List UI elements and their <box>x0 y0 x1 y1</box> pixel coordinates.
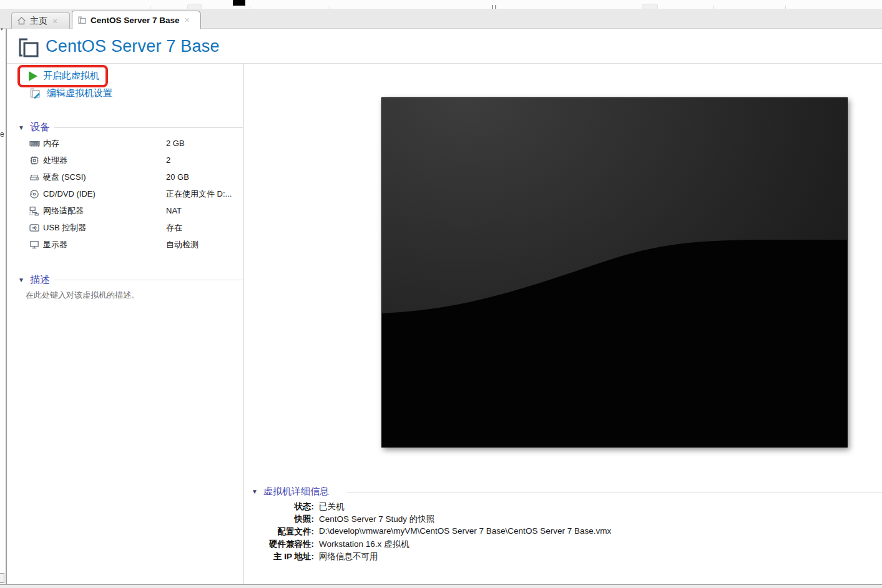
devices-section-title: 设备 <box>30 121 50 134</box>
library-text-fragment: e <box>0 130 4 139</box>
tab-home[interactable]: 主页 × <box>11 12 70 29</box>
divider <box>54 127 243 128</box>
display-icon <box>29 240 40 250</box>
device-value: 2 GB <box>166 139 185 148</box>
home-icon <box>17 16 26 26</box>
library-box-fragment <box>0 573 4 583</box>
edit-settings-icon <box>29 87 41 99</box>
devices-section-header[interactable]: ▼ 设备 <box>18 121 50 134</box>
processor-icon <box>29 155 40 165</box>
device-row-display[interactable]: 显示器 自动检测 <box>29 236 243 253</box>
device-label: 硬盘 (SCSI) <box>43 172 86 183</box>
tab-vm-close-icon[interactable]: × <box>185 15 190 25</box>
cd-dvd-icon <box>29 189 40 199</box>
device-value: 正在使用文件 D:... <box>166 189 232 200</box>
tab-bar: 主页 × CentOS Server 7 Base × <box>0 9 882 29</box>
description-placeholder[interactable]: 在此处键入对该虚拟机的描述。 <box>26 290 139 301</box>
network-icon <box>29 206 40 216</box>
vm-details-section-header[interactable]: ▼ 虚拟机详细信息 <box>252 486 329 497</box>
device-row-processors[interactable]: 处理器 2 <box>29 152 243 169</box>
toolbar-remnant <box>0 0 882 9</box>
vm-summary-page: CentOS Server 7 Base 开启此虚拟机 编辑虚拟机设置 ▼ 设备 <box>6 29 882 584</box>
vmware-window: 主页 × CentOS Server 7 Base × ▾ e CentOS S… <box>0 0 882 588</box>
tab-vm-label: CentOS Server 7 Base <box>91 16 180 25</box>
detail-row-state: 状态: 已关机 <box>252 501 876 514</box>
pane-divider <box>243 63 244 584</box>
disk-icon <box>29 172 40 182</box>
tab-home-label: 主页 <box>30 16 47 27</box>
status-bar-edge <box>0 584 882 588</box>
device-label: 网络适配器 <box>43 205 84 217</box>
detail-row-hw-compatibility: 硬件兼容性: Workstation 16.x 虚拟机 <box>252 539 876 551</box>
divider <box>347 492 882 492</box>
device-label: USB 控制器 <box>43 222 86 233</box>
detail-label: 状态: <box>252 501 314 514</box>
detail-row-primary-ip: 主 IP 地址: 网络信息不可用 <box>252 551 876 564</box>
detail-label: 主 IP 地址: <box>252 551 314 564</box>
device-value: 20 GB <box>166 172 189 182</box>
detail-value: CentOS Server 7 Study 的快照 <box>319 514 434 526</box>
device-row-usb-controller[interactable]: USB 控制器 存在 <box>29 219 243 236</box>
device-value: NAT <box>166 206 182 215</box>
device-row-network-adapter[interactable]: 网络适配器 NAT <box>29 202 243 219</box>
tab-vm[interactable]: CentOS Server 7 Base × <box>72 11 201 29</box>
detail-row-snapshot: 快照: CentOS Server 7 Study 的快照 <box>252 514 876 526</box>
device-row-memory[interactable]: 内存 2 GB <box>29 135 243 152</box>
device-label: CD/DVD (IDE) <box>43 189 96 198</box>
detail-value: 网络信息不可用 <box>319 551 378 564</box>
detail-label: 硬件兼容性: <box>252 539 314 551</box>
device-label: 内存 <box>43 138 59 149</box>
divider <box>54 280 243 280</box>
edit-settings-label: 编辑虚拟机设置 <box>47 87 112 99</box>
collapse-arrow-icon[interactable]: ▼ <box>18 277 24 283</box>
detail-value: 已关机 <box>319 501 345 514</box>
device-value: 2 <box>166 155 170 165</box>
memory-icon <box>29 139 40 149</box>
collapse-arrow-icon[interactable]: ▼ <box>18 124 24 131</box>
page-title: CentOS Server 7 Base <box>46 37 220 56</box>
detail-value: Workstation 16.x 虚拟机 <box>319 539 409 551</box>
usb-icon <box>29 223 40 233</box>
vm-console-preview[interactable] <box>381 97 848 448</box>
device-row-cd-dvd[interactable]: CD/DVD (IDE) 正在使用文件 D:... <box>29 185 243 202</box>
vm-details-section-title: 虚拟机详细信息 <box>263 486 329 497</box>
library-caret-fragment: ▾ <box>1 27 5 31</box>
toolbar-pill <box>642 4 658 9</box>
detail-value: D:\develop\vmware\myVM\CentOS Server 7 B… <box>319 526 611 539</box>
vm-icon <box>17 36 41 60</box>
detail-label: 配置文件: <box>252 526 314 539</box>
edit-vm-settings-command[interactable]: 编辑虚拟机设置 <box>29 87 112 99</box>
red-highlight-box <box>17 65 108 87</box>
toolbar-pill <box>187 4 202 9</box>
device-label: 处理器 <box>43 155 67 166</box>
toolbar-black-fragment <box>233 0 245 6</box>
collapse-arrow-icon[interactable]: ▼ <box>252 488 258 495</box>
vm-tab-icon <box>77 16 87 25</box>
detail-label: 快照: <box>252 514 314 526</box>
divider <box>7 63 882 64</box>
device-label: 显示器 <box>43 239 67 250</box>
device-value: 存在 <box>166 222 182 233</box>
detail-row-config-file: 配置文件: D:\develop\vmware\myVM\CentOS Serv… <box>252 526 876 539</box>
description-section-header[interactable]: ▼ 描述 <box>18 273 50 287</box>
description-section-title: 描述 <box>30 273 50 287</box>
device-value: 自动检测 <box>166 239 198 250</box>
library-panel-edge: ▾ e <box>0 29 6 584</box>
device-row-hard-disk[interactable]: 硬盘 (SCSI) 20 GB <box>29 169 243 185</box>
tab-home-close-icon[interactable]: × <box>52 16 57 26</box>
